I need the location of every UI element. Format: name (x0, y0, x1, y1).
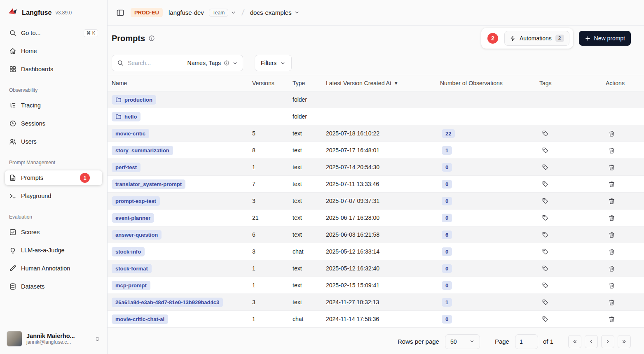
previous-page-button[interactable] (585, 335, 598, 348)
prompts-table-body: production folder (108, 91, 644, 328)
sidebar-item-label: LLM-as-a-Judge (21, 247, 65, 254)
sidebar-item-human-annotation[interactable]: Human Annotation (5, 261, 102, 276)
sidebar-toggle-button[interactable] (114, 7, 126, 19)
tag-icon[interactable] (540, 162, 550, 172)
delete-button[interactable] (607, 145, 617, 156)
observations-cell: 0 (440, 163, 539, 172)
prompt-name-badge[interactable]: stock-info (112, 247, 145, 256)
table-row[interactable]: answer-question 6 text 2025-06-03 16:21:… (108, 226, 644, 243)
delete-button[interactable] (607, 314, 617, 324)
info-icon[interactable] (148, 35, 155, 42)
delete-button[interactable] (607, 128, 617, 139)
table-row[interactable]: stock-format 1 text 2025-05-12 16:32:40 … (108, 260, 644, 277)
plus-icon (585, 35, 591, 42)
name-cell: mcp-prompt (112, 281, 252, 290)
column-header-name[interactable]: Name (112, 80, 252, 86)
rows-per-page-select[interactable]: 50 (445, 334, 480, 349)
goto-search[interactable]: Go to... ⌘ K (5, 26, 102, 40)
prompt-name-badge[interactable]: translator_system-prompt (112, 179, 185, 189)
table-row[interactable]: hello folder (108, 108, 644, 125)
tag-icon[interactable] (540, 297, 550, 307)
tag-icon[interactable] (540, 179, 550, 189)
delete-button[interactable] (607, 263, 617, 274)
table-row[interactable]: 26a61a94-e3ab-48d7-81e0-13b929bad4c3 3 t… (108, 294, 644, 311)
automations-button[interactable]: Automations 2 (504, 31, 569, 46)
sidebar-item-prompts[interactable]: Prompts 1 (5, 170, 102, 185)
sidebar-item-playground[interactable]: Playground (5, 189, 102, 203)
sidebar-item-tracing[interactable]: Tracing (5, 98, 102, 113)
filters-button[interactable]: Filters (255, 55, 292, 71)
tag-icon[interactable] (540, 247, 550, 256)
table-header: Name Versions Type Latest Version Create… (108, 75, 644, 91)
tag-icon[interactable] (540, 128, 550, 138)
prompt-name-badge[interactable]: prompt-exp-test (112, 196, 160, 206)
delete-button[interactable] (607, 230, 617, 240)
table-row[interactable]: movie-critic-chat-ai 1 chat 2024-11-14 1… (108, 311, 644, 328)
column-header-observations[interactable]: Number of Observations (440, 80, 539, 86)
prompt-name: hello (124, 114, 137, 120)
column-header-created[interactable]: Latest Version Created At ▼ (326, 80, 440, 86)
prompt-name-badge[interactable]: stock-format (112, 264, 152, 273)
sidebar-item-users[interactable]: Users (5, 134, 102, 149)
sidebar-item-dashboards[interactable]: Dashboards (5, 62, 102, 77)
table-row[interactable]: production folder (108, 91, 644, 108)
tag-icon[interactable] (540, 280, 550, 290)
delete-button[interactable] (607, 196, 617, 206)
prompt-name: stock-info (115, 249, 141, 255)
delete-button[interactable] (607, 247, 617, 257)
prompt-name-badge[interactable]: movie-critic-chat-ai (112, 314, 168, 324)
tag-icon[interactable] (540, 213, 550, 223)
sidebar-item-scores[interactable]: Scores (5, 225, 102, 240)
page-number-input[interactable] (515, 334, 538, 349)
prompt-name-badge[interactable]: mcp-prompt (112, 281, 150, 290)
org-switcher[interactable]: langfuse-dev Team (169, 9, 236, 17)
created-cell: 2025-07-11 13:33:46 (326, 181, 440, 187)
column-header-type[interactable]: Type (293, 80, 326, 86)
prompt-name-badge[interactable]: movie-critic (112, 129, 149, 138)
prompt-name-badge[interactable]: production (112, 95, 156, 105)
sidebar-item-datasets[interactable]: Datasets (5, 279, 102, 294)
actions-cell (606, 247, 644, 257)
tag-icon[interactable] (540, 196, 550, 206)
table-row[interactable]: story_summarization 8 text 2025-07-17 16… (108, 142, 644, 159)
last-page-button[interactable] (618, 335, 631, 348)
search-input[interactable] (127, 59, 184, 67)
search-scope-dropdown[interactable]: Names, Tags (187, 60, 238, 66)
sidebar-item-sessions[interactable]: Sessions (5, 116, 102, 131)
delete-button[interactable] (607, 280, 617, 291)
table-row[interactable]: translator_system-prompt 7 text 2025-07-… (108, 176, 644, 193)
observations-cell: 0 (440, 180, 539, 189)
delete-button[interactable] (607, 297, 617, 307)
new-prompt-button[interactable]: New prompt (579, 31, 631, 46)
table-row[interactable]: stock-info 3 chat 2025-05-12 16:33:14 0 (108, 243, 644, 260)
prompt-name-badge[interactable]: hello (112, 112, 141, 121)
table-row[interactable]: movie-critic 5 text 2025-07-18 16:10:22 … (108, 125, 644, 142)
tag-icon[interactable] (540, 314, 550, 324)
first-page-button[interactable] (568, 335, 581, 348)
prompt-name-badge[interactable]: perf-test (112, 163, 141, 172)
prompt-name-badge[interactable]: answer-question (112, 230, 162, 240)
table-row[interactable]: perf-test 1 text 2025-07-14 20:54:30 0 (108, 159, 644, 176)
sidebar-item-home[interactable]: Home (5, 44, 102, 58)
prompt-name-badge[interactable]: 26a61a94-e3ab-48d7-81e0-13b929bad4c3 (112, 298, 223, 307)
sidebar-item-llm-judge[interactable]: LLM-as-a-Judge (5, 243, 102, 258)
table-row[interactable]: mcp-prompt 1 text 2025-02-15 15:09:41 0 (108, 277, 644, 294)
user-menu[interactable]: Jannik Maierho... jannik@langfuse.c... (5, 328, 102, 350)
delete-button[interactable] (607, 162, 617, 172)
delete-button[interactable] (607, 179, 617, 189)
actions-cell (606, 145, 644, 156)
name-cell: 26a61a94-e3ab-48d7-81e0-13b929bad4c3 (112, 298, 252, 307)
column-header-versions[interactable]: Versions (252, 80, 293, 86)
column-header-tags[interactable]: Tags (539, 80, 606, 86)
prompt-name-badge[interactable]: story_summarization (112, 146, 173, 155)
next-page-button[interactable] (601, 335, 614, 348)
table-row[interactable]: event-planner 21 text 2025-06-17 16:28:0… (108, 210, 644, 226)
tag-icon[interactable] (540, 230, 550, 240)
table-row[interactable]: prompt-exp-test 3 text 2025-07-07 09:37:… (108, 193, 644, 210)
project-switcher[interactable]: docs-examples (250, 9, 300, 16)
type-cell: text (293, 130, 326, 137)
tag-icon[interactable] (540, 263, 550, 273)
delete-button[interactable] (607, 213, 617, 223)
tag-icon[interactable] (540, 145, 550, 155)
prompt-name-badge[interactable]: event-planner (112, 213, 154, 223)
